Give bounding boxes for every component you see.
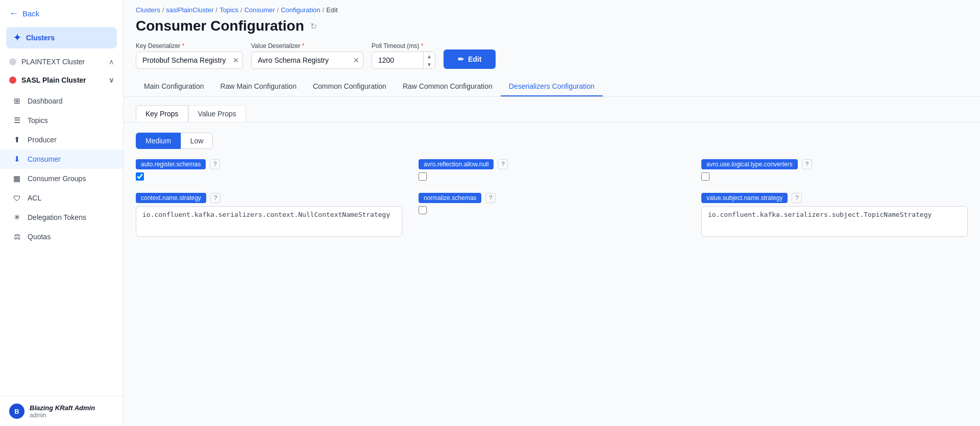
key-deserializer-label: Key Deserializer * [136,42,243,49]
prop-tag-auto-register: auto.register.schemas [136,159,206,169]
dashboard-icon: ⊞ [12,96,21,106]
back-arrow-icon: ← [9,8,18,19]
key-deserializer-group: Key Deserializer * Protobuf Schema Regis… [136,42,243,69]
breadcrumb-consumer[interactable]: Consumer [244,6,275,14]
tab-common-configuration[interactable]: Common Configuration [305,77,395,96]
tab-raw-main-configuration[interactable]: Raw Main Configuration [212,77,305,96]
prop-help-auto-register[interactable]: ? [210,159,220,169]
sidebar: ← Back ✦ Clusters PLAINTEXT Cluster ∧ SA… [0,0,124,426]
prop-header-value-subject: value.subject.name.strategy ? [701,193,968,203]
poll-timeout-wrapper: ▲ ▼ [372,52,435,69]
sasl-cluster-item[interactable]: SASL Plain Cluster ∨ [0,71,123,89]
prop-header-context-name: context.name.strategy ? [136,193,402,203]
sidebar-item-consumer[interactable]: ⬇ Consumer [0,149,123,169]
sidebar-item-dashboard[interactable]: ⊞ Dashboard [0,91,123,111]
poll-timeout-label: Poll Timeout (ms) * [372,42,435,49]
value-deserializer-clear[interactable]: ✕ [353,56,359,64]
prop-tag-avro-reflection: avro.reflection.allow.null [419,159,494,169]
acl-icon: 🛡 [12,193,21,203]
prop-tag-value-subject: value.subject.name.strategy [701,193,788,203]
value-deserializer-select[interactable]: Avro Schema Registry [251,52,363,69]
sub-tabs: Key Props Value Props [124,97,980,122]
prop-input-value-subject[interactable]: io.confluent.kafka.serializers.subject.T… [701,206,968,237]
prop-checkbox-avro-logical[interactable] [701,172,709,181]
prop-checkbox-avro-reflection[interactable] [419,172,427,181]
sidebar-item-label: Quotas [28,233,51,241]
sasl-cluster-label: SASL Plain Cluster [21,76,86,84]
tab-deserializers-configuration[interactable]: Deserializers Configuration [501,77,603,96]
key-deserializer-wrapper: Protobuf Schema Registry ✕ [136,52,243,69]
prop-avro-use-logical-type: avro.use.logical.type.converters ? [701,159,968,181]
breadcrumb-configuration[interactable]: Configuration [281,6,320,14]
poll-timeout-input[interactable] [372,52,423,68]
plaintext-cluster-item[interactable]: PLAINTEXT Cluster ∧ [0,53,123,71]
plaintext-cluster-chevron: ∧ [109,58,114,66]
sub-tab-key-props[interactable]: Key Props [136,105,188,122]
prop-header-avro-logical: avro.use.logical.type.converters ? [701,159,968,169]
prop-help-value-subject[interactable]: ? [792,193,802,203]
clusters-button[interactable]: ✦ Clusters [6,27,117,48]
sub-tab-value-props[interactable]: Value Props [188,105,246,122]
sidebar-item-label: Dashboard [28,97,63,105]
config-tabs: Main Configuration Raw Main Configuratio… [124,77,980,97]
config-controls: Key Deserializer * Protobuf Schema Regis… [124,42,980,77]
plaintext-cluster-dot [9,58,16,65]
refresh-icon[interactable]: ↻ [310,21,317,31]
edit-button[interactable]: ✏ Edit [444,49,496,69]
priority-medium-button[interactable]: Medium [136,133,181,149]
breadcrumb-edit: Edit [326,6,337,14]
consumer-icon: ⬇ [12,155,21,164]
value-deserializer-group: Value Deserializer * Avro Schema Registr… [251,42,363,69]
back-button[interactable]: ← Back [0,0,123,27]
main-content: Clusters / saslPlainCluster / Topics / C… [124,0,980,426]
priority-buttons: Medium Low [136,133,968,149]
prop-tag-normalize: normalize.schemas [419,193,481,203]
breadcrumb-topics[interactable]: Topics [219,6,238,14]
producer-icon: ⬆ [12,135,21,144]
sidebar-item-acl[interactable]: 🛡 ACL [0,188,123,208]
poll-timeout-decrement[interactable]: ▼ [424,60,435,68]
sidebar-nav: ⊞ Dashboard ☰ Topics ⬆ Producer ⬇ Consum… [0,89,123,248]
value-deserializer-label: Value Deserializer * [251,42,363,49]
key-deserializer-clear[interactable]: ✕ [233,56,239,64]
page-title: Consumer Configuration [136,18,304,34]
consumer-groups-icon: ▦ [12,174,21,183]
sidebar-item-consumer-groups[interactable]: ▦ Consumer Groups [0,169,123,188]
priority-low-button[interactable]: Low [181,133,213,149]
user-footer: B Blazing KRaft Admin admin [0,396,123,426]
sidebar-item-delegation-tokens[interactable]: ✳ Delegation Tokens [0,208,123,227]
sasl-cluster-chevron: ∨ [109,76,114,84]
poll-timeout-spinners: ▲ ▼ [423,52,435,68]
user-name: Blazing KRaft Admin [30,404,95,412]
tab-raw-common-configuration[interactable]: Raw Common Configuration [395,77,501,96]
sidebar-item-label: Consumer Groups [28,174,86,183]
sidebar-item-label: Producer [28,136,57,144]
sidebar-item-producer[interactable]: ⬆ Producer [0,130,123,149]
prop-checkbox-normalize[interactable] [419,206,427,214]
prop-checkbox-auto-register[interactable] [136,172,144,181]
breadcrumb-clusters[interactable]: Clusters [136,6,160,14]
prop-header-avro-reflection: avro.reflection.allow.null ? [419,159,685,169]
prop-auto-register-schemas: auto.register.schemas ? [136,159,402,181]
value-deserializer-wrapper: Avro Schema Registry ✕ [251,52,363,69]
content-area: Medium Low auto.register.schemas ? avro.… [124,122,980,247]
prop-help-avro-logical[interactable]: ? [802,159,812,169]
back-label: Back [22,9,39,18]
prop-help-normalize[interactable]: ? [485,193,496,203]
prop-tag-avro-logical: avro.use.logical.type.converters [701,159,798,169]
prop-help-avro-reflection[interactable]: ? [498,159,508,169]
poll-timeout-increment[interactable]: ▲ [424,52,435,60]
breadcrumb-sasl[interactable]: saslPlainCluster [166,6,213,14]
page-header: Consumer Configuration ↻ [124,14,980,42]
key-deserializer-select[interactable]: Protobuf Schema Registry [136,52,243,69]
quotas-icon: ⚖ [12,232,21,241]
breadcrumb: Clusters / saslPlainCluster / Topics / C… [124,0,980,14]
sidebar-item-label: Delegation Tokens [28,213,86,221]
sidebar-item-label: Consumer [28,155,61,163]
sidebar-item-topics[interactable]: ☰ Topics [0,111,123,130]
prop-input-context-name[interactable]: io.confluent.kafka.serializers.context.N… [136,206,402,237]
prop-help-context-name[interactable]: ? [210,193,220,203]
sidebar-item-quotas[interactable]: ⚖ Quotas [0,227,123,246]
prop-value-subject-name-strategy: value.subject.name.strategy ? io.conflue… [701,193,968,237]
tab-main-configuration[interactable]: Main Configuration [136,77,212,96]
